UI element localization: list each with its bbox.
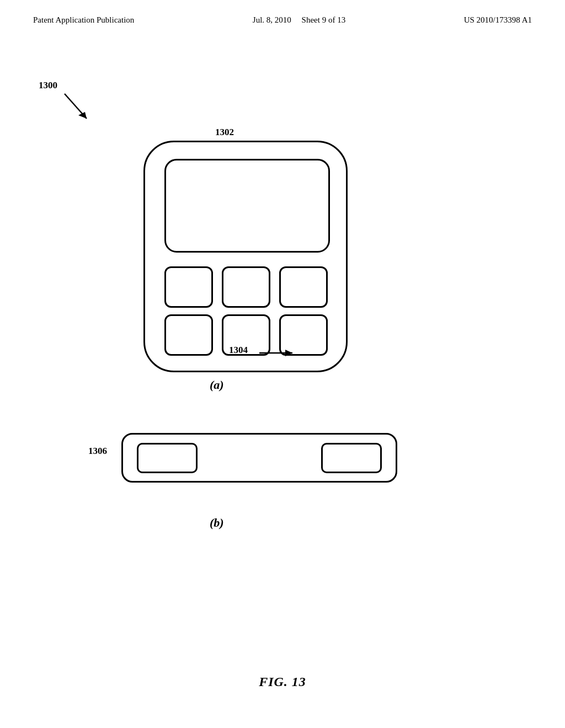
caption-a: (a) [210,378,224,392]
content-area: 1300 1302 [0,25,565,720]
grid-button-2 [222,266,270,308]
grid-button-1 [164,266,213,308]
caption-b: (b) [210,516,224,530]
device-b-outline [121,433,397,483]
header-publication-label: Patent Application Publication [33,15,134,25]
header-patent-number: US 2010/173398 A1 [464,15,532,25]
arrow-1304 [257,346,301,365]
grid-button-4 [164,314,213,356]
device-b-container: 1306 [88,422,419,499]
button-grid [164,266,330,356]
arrow-1300 [62,91,95,126]
grid-button-3 [279,266,328,308]
device-b-button-right [321,443,382,473]
device-screen [164,159,330,253]
svg-marker-5 [285,350,292,356]
page-header: Patent Application Publication Jul. 8, 2… [0,0,565,25]
label-1300: 1300 [39,80,57,91]
device-b-button-left [137,443,198,473]
figure-title: FIG. 13 [0,675,565,689]
device-a-outline [143,141,348,372]
header-date: Jul. 8, 2010 [253,15,291,24]
device-a-container: 1304 [127,108,364,378]
header-date-sheet: Jul. 8, 2010 Sheet 9 of 13 [253,15,345,25]
header-sheet: Sheet 9 of 13 [302,15,346,24]
label-1306: 1306 [88,446,107,457]
label-1304: 1304 [229,345,248,356]
